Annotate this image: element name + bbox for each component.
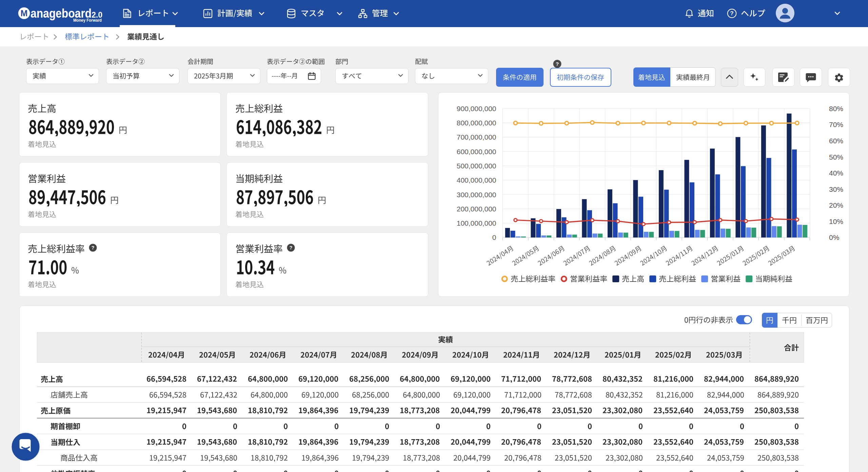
svg-text:?: ?: [92, 245, 95, 250]
svg-text:900,000,000: 900,000,000: [456, 105, 496, 112]
svg-text:0: 0: [492, 233, 496, 241]
svg-text:800,000,000: 800,000,000: [456, 119, 496, 127]
svg-text:?: ?: [556, 61, 559, 67]
svg-text:30%: 30%: [829, 185, 843, 193]
svg-text:?: ?: [730, 10, 733, 17]
svg-text:40%: 40%: [829, 169, 843, 177]
svg-text:60%: 60%: [829, 137, 843, 145]
svg-text:20%: 20%: [829, 201, 843, 209]
svg-text:500,000,000: 500,000,000: [456, 162, 496, 170]
svg-text:300,000,000: 300,000,000: [456, 191, 496, 199]
svg-text:M: M: [21, 8, 28, 18]
svg-text:50%: 50%: [829, 153, 843, 161]
svg-text:200,000,000: 200,000,000: [456, 205, 496, 213]
svg-text:10%: 10%: [829, 218, 843, 225]
svg-text:700,000,000: 700,000,000: [456, 133, 496, 141]
svg-text:?: ?: [290, 245, 293, 250]
svg-text:400,000,000: 400,000,000: [456, 176, 496, 184]
svg-text:Money Forward: Money Forward: [73, 18, 102, 23]
svg-text:80%: 80%: [829, 105, 843, 112]
svg-text:0%: 0%: [829, 233, 839, 241]
svg-text:70%: 70%: [829, 121, 843, 128]
svg-text:600,000,000: 600,000,000: [456, 148, 496, 156]
svg-text:100,000,000: 100,000,000: [456, 219, 496, 227]
